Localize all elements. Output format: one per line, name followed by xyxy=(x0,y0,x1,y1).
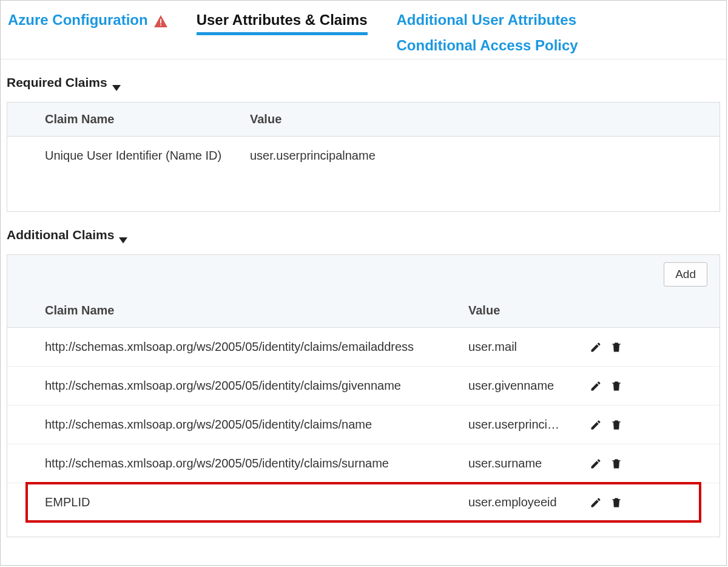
tab-label: Azure Configuration xyxy=(8,12,148,29)
column-header-value: Value xyxy=(468,304,590,317)
edit-icon[interactable] xyxy=(590,419,602,431)
tab-label: Additional User Attributes xyxy=(397,12,576,29)
additional-claims-panel: Add Claim Name Value http://schemas.xmls… xyxy=(7,254,720,537)
section-title: Required Claims xyxy=(7,75,107,90)
delete-icon[interactable] xyxy=(610,458,622,470)
additional-claims-header-row: Claim Name Value xyxy=(7,294,720,328)
required-claims-toggle[interactable]: Required Claims xyxy=(7,68,720,102)
table-row: Unique User Identifier (Name ID) user.us… xyxy=(7,137,720,175)
row-actions xyxy=(590,380,662,392)
tab-azure-configuration[interactable]: Azure Configuration xyxy=(8,12,167,32)
claim-value-cell: user.employeeid xyxy=(468,495,590,509)
page-container: Azure Configuration User Attributes & Cl… xyxy=(0,0,727,566)
table-row-highlighted: EMPLID user.employeeid xyxy=(27,483,700,521)
claim-name-cell: http://schemas.xmlsoap.org/ws/2005/05/id… xyxy=(7,418,468,432)
additional-claims-toggle[interactable]: Additional Claims xyxy=(7,220,720,254)
claim-value-cell: user.userprinci… xyxy=(468,418,590,432)
required-claims-header-row: Claim Name Value xyxy=(7,103,720,137)
table-row: http://schemas.xmlsoap.org/ws/2005/05/id… xyxy=(7,367,720,406)
tab-label: Conditional Access Policy xyxy=(397,37,578,54)
tab-stack: Additional User Attributes Conditional A… xyxy=(397,12,578,54)
edit-icon[interactable] xyxy=(590,341,602,353)
delete-icon[interactable] xyxy=(610,419,622,431)
column-header-value: Value xyxy=(250,112,720,126)
column-header-claim-name: Claim Name xyxy=(7,112,250,126)
delete-icon[interactable] xyxy=(610,497,622,509)
edit-icon[interactable] xyxy=(590,380,602,392)
caret-down-icon xyxy=(119,232,127,238)
svg-rect-1 xyxy=(160,24,161,25)
edit-icon[interactable] xyxy=(590,458,602,470)
column-header-claim-name: Claim Name xyxy=(7,304,468,317)
delete-icon[interactable] xyxy=(610,341,622,353)
edit-icon[interactable] xyxy=(590,497,602,509)
table-row: http://schemas.xmlsoap.org/ws/2005/05/id… xyxy=(7,444,720,483)
row-actions xyxy=(590,419,662,431)
claim-value-cell: user.userprincipalname xyxy=(250,149,720,163)
claim-value-cell: user.mail xyxy=(468,340,590,354)
svg-rect-0 xyxy=(160,19,161,23)
column-header-actions xyxy=(590,304,662,317)
caret-down-icon xyxy=(112,80,121,86)
section-title: Additional Claims xyxy=(7,228,114,242)
claim-value-cell: user.surname xyxy=(468,457,590,470)
delete-icon[interactable] xyxy=(610,380,622,392)
row-actions xyxy=(590,497,662,509)
row-actions xyxy=(590,341,662,353)
claim-value-cell: user.givenname xyxy=(468,379,590,393)
required-claims-panel: Claim Name Value Unique User Identifier … xyxy=(7,102,720,212)
claim-name-cell: Unique User Identifier (Name ID) xyxy=(7,149,250,163)
tab-additional-user-attributes[interactable]: Additional User Attributes xyxy=(397,12,578,29)
tab-conditional-access-policy[interactable]: Conditional Access Policy xyxy=(397,37,578,54)
tab-label: User Attributes & Claims xyxy=(197,12,368,29)
claim-name-cell: EMPLID xyxy=(27,495,468,509)
additional-claims-section: Additional Claims Add Claim Name Value h… xyxy=(1,212,726,537)
row-actions xyxy=(590,458,662,470)
table-row: http://schemas.xmlsoap.org/ws/2005/05/id… xyxy=(7,406,720,444)
warning-icon xyxy=(154,14,167,26)
claim-name-cell: http://schemas.xmlsoap.org/ws/2005/05/id… xyxy=(7,340,468,354)
tab-bar: Azure Configuration User Attributes & Cl… xyxy=(1,1,726,59)
add-button[interactable]: Add xyxy=(664,262,707,287)
claim-name-cell: http://schemas.xmlsoap.org/ws/2005/05/id… xyxy=(7,457,468,470)
table-row: http://schemas.xmlsoap.org/ws/2005/05/id… xyxy=(7,328,720,367)
actions-bar: Add xyxy=(7,255,720,294)
tab-user-attributes-claims[interactable]: User Attributes & Claims xyxy=(197,12,368,35)
required-claims-section: Required Claims Claim Name Value Unique … xyxy=(1,59,726,212)
claim-name-cell: http://schemas.xmlsoap.org/ws/2005/05/id… xyxy=(7,379,468,393)
